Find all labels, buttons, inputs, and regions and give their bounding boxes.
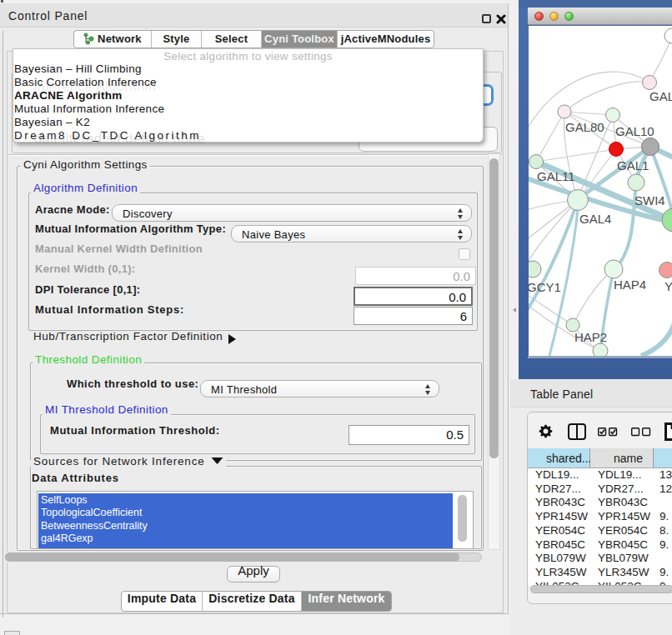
svg-text:GAL11: GAL11 <box>537 169 575 183</box>
svg-text:HAP4: HAP4 <box>614 278 646 292</box>
svg-text:SWI4: SWI4 <box>634 193 665 208</box>
svg-text:Y: Y <box>664 279 672 293</box>
svg-text:GAL80: GAL80 <box>565 120 604 134</box>
svg-text:GAL2: GAL2 <box>649 89 672 103</box>
svg-text:GAL4: GAL4 <box>579 212 611 226</box>
svg-text:GCY1: GCY1 <box>529 280 561 294</box>
svg-text:GAL1: GAL1 <box>617 158 649 172</box>
svg-text:GAL10: GAL10 <box>615 124 654 138</box>
svg-text:HAP2: HAP2 <box>574 330 607 344</box>
